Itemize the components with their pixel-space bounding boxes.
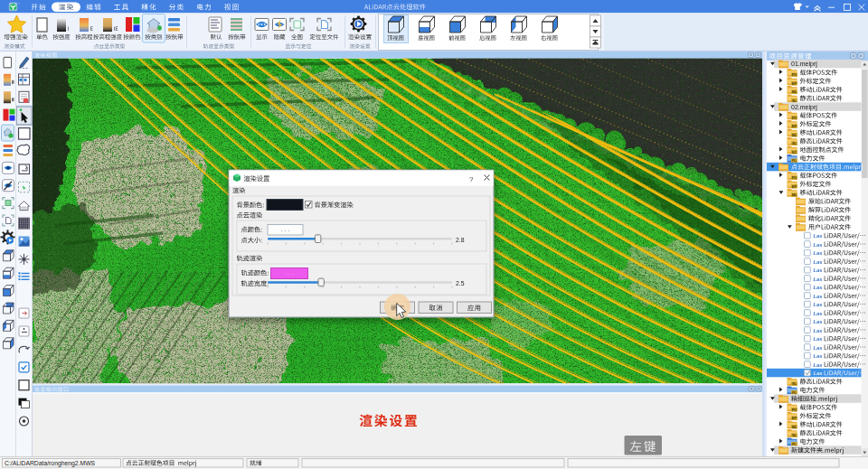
svg-text:Las: Las <box>814 336 824 342</box>
svg-text:Las: Las <box>814 294 824 299</box>
svg-text:SL: SL <box>792 142 797 145</box>
svg-text:Las: Las <box>814 285 824 290</box>
svg-text:PO: PO <box>792 176 797 180</box>
svg-text:. . .: . . . <box>281 226 290 232</box>
svg-text:SL: SL <box>792 99 797 103</box>
svg-text:01.melprj: 01.melprj <box>791 61 817 68</box>
svg-text:PO: PO <box>792 117 797 120</box>
svg-text:Las: Las <box>814 371 824 376</box>
svg-text:Las: Las <box>814 267 824 273</box>
svg-text:EP: EP <box>792 125 797 128</box>
svg-text:GC: GC <box>792 151 797 155</box>
svg-text:PO: PO <box>792 408 797 412</box>
svg-text:SL: SL <box>792 382 797 386</box>
svg-text:C:/ALiDARData/rongheng2.MWS: C:/ALiDARData/rongheng2.MWS <box>5 460 96 467</box>
svg-text:EP: EP <box>792 185 797 189</box>
svg-text:PO: PO <box>792 73 797 77</box>
svg-text:2.8: 2.8 <box>456 237 465 243</box>
svg-text:EP: EP <box>792 82 797 86</box>
svg-text:Las: Las <box>814 250 824 256</box>
svg-text:?: ? <box>469 175 474 183</box>
svg-text:Las: Las <box>814 277 824 282</box>
svg-text:Las: Las <box>814 233 824 239</box>
svg-text:ML: ML <box>792 426 797 429</box>
svg-text:Las: Las <box>814 242 824 248</box>
svg-text:PL: PL <box>792 443 797 446</box>
svg-text:EP: EP <box>792 417 797 420</box>
svg-text:Las: Las <box>814 259 824 265</box>
svg-text:Las: Las <box>814 319 824 324</box>
svg-text:PL: PL <box>792 391 797 395</box>
svg-text:02.melprj: 02.melprj <box>791 104 817 111</box>
svg-text:. . .: . . . <box>285 269 294 276</box>
svg-text:ML: ML <box>792 90 797 94</box>
svg-text:Las: Las <box>814 353 824 359</box>
svg-text:Las: Las <box>814 302 824 307</box>
svg-text:ML: ML <box>792 134 797 137</box>
svg-text:ML: ML <box>792 193 797 197</box>
svg-text:PL: PL <box>792 159 797 163</box>
svg-text:Las: Las <box>814 362 824 368</box>
svg-text:2.5: 2.5 <box>456 280 465 286</box>
svg-text:Las: Las <box>814 345 824 351</box>
svg-text:SL: SL <box>792 434 797 437</box>
svg-text:Las: Las <box>814 328 824 333</box>
svg-text:Las: Las <box>814 311 824 316</box>
